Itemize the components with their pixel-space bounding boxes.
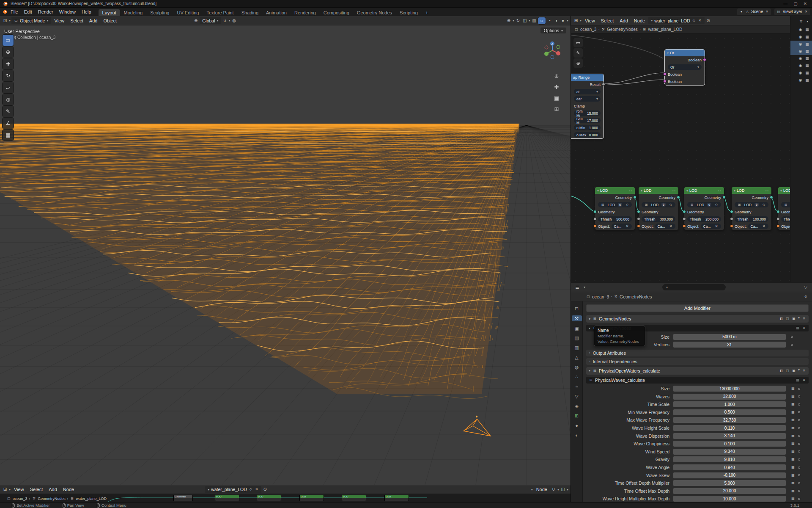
mod1-realtime-toggle-icon[interactable]: ▢ — [785, 316, 790, 322]
param-field[interactable]: 0.100 — [673, 441, 786, 447]
eye-icon[interactable]: ◉ — [798, 77, 803, 83]
tool-measure[interactable]: ∠ — [3, 118, 14, 129]
shading-rendered-icon[interactable]: ● — [560, 18, 566, 24]
overlays-chevron[interactable]: ▾ — [529, 19, 530, 22]
lod3-object-clear-icon[interactable]: ✕ — [714, 224, 719, 229]
ne-browse-icon[interactable]: ▾ — [651, 19, 653, 22]
outliner-row[interactable]: ◉▦ — [790, 26, 812, 33]
remove-viewlayer-icon[interactable]: ✕ — [804, 9, 808, 15]
tool-transform[interactable]: ◍ — [3, 94, 14, 105]
eye-icon[interactable]: ◉ — [798, 27, 803, 33]
node-lod-group-1[interactable]: ▾LOD▫▫ Geometry ⊞LOD6◇ Geometry Thresh50… — [595, 187, 635, 230]
tool-rotate[interactable]: ↻ — [3, 70, 14, 81]
keyframe-dot[interactable] — [798, 419, 800, 421]
keyframe-dot[interactable] — [798, 403, 800, 406]
param-field[interactable]: 3.140 — [673, 433, 786, 439]
be-right-node-menu[interactable]: Node — [534, 487, 550, 492]
props-tab-modifiers[interactable]: ⚒ — [572, 315, 582, 321]
ne-tree-selector[interactable]: ▾ water_plane_LOD ◇ ✕ — [648, 17, 705, 24]
input-attribute-toggle-icon[interactable]: ▦ — [791, 464, 795, 470]
gizmos-icon[interactable]: ↻ — [515, 18, 521, 24]
or-input1-socket[interactable] — [663, 72, 667, 76]
ne-tool-annotate[interactable]: ✎ — [573, 48, 583, 58]
ne-menu-node[interactable]: Node — [631, 18, 647, 23]
input-attribute-toggle-icon[interactable]: ▦ — [791, 417, 795, 423]
ne-pin-icon[interactable]: ⊙ — [705, 18, 711, 24]
props-crumb-modifier[interactable]: GeometryNodes — [620, 294, 652, 299]
add-modifier-button[interactable]: Add Modifier — [586, 304, 809, 312]
snap-chevron[interactable]: ▾ — [229, 19, 230, 22]
input-attribute-toggle-icon[interactable]: ▦ — [791, 449, 795, 455]
be-menu-add[interactable]: Add — [46, 487, 60, 492]
transform-orientation-selector[interactable]: Global ▾ — [200, 17, 221, 24]
input-attribute-toggle-icon[interactable]: ▦ — [791, 472, 795, 478]
pivot-point-icon[interactable]: ⊕ — [193, 18, 199, 24]
viewlayer-selector[interactable]: ▤ ViewLayer ✕ — [774, 8, 810, 15]
mod2-extras-chevron[interactable]: ▾ — [798, 368, 800, 374]
props-tab-tool[interactable]: ⊡ — [572, 306, 582, 312]
size-keyframe-dot[interactable] — [791, 336, 793, 338]
workspace-tab-rendering[interactable]: Rendering — [291, 9, 320, 16]
camera-icon[interactable]: ▦ — [805, 77, 809, 83]
workspace-tab-shading[interactable]: Shading — [238, 9, 262, 16]
minimize-button[interactable]: — — [783, 1, 787, 6]
camera-icon[interactable]: ▦ — [805, 41, 809, 47]
keyframe-dot[interactable] — [798, 411, 800, 413]
workspace-tab-scripting[interactable]: Scripting — [396, 9, 422, 16]
mod1-dup-icon[interactable]: ▥ — [796, 325, 800, 331]
tool-scale[interactable]: ▱ — [3, 82, 14, 93]
lod1-object-clear-icon[interactable]: ✕ — [625, 224, 629, 229]
input-attribute-toggle-icon[interactable]: ▦ — [791, 496, 795, 502]
or-input2-socket[interactable] — [663, 80, 667, 83]
menu-help[interactable]: Help — [79, 9, 94, 14]
workspace-tab-compositing[interactable]: Compositing — [320, 9, 353, 16]
node-boolean-or[interactable]: ▾Or Boolean Or▾ Boolean Boolean — [664, 49, 705, 86]
keyframe-dot[interactable] — [798, 427, 800, 429]
mod1-editmode-toggle-icon[interactable]: ◧ — [779, 316, 783, 322]
lod4-output-socket[interactable] — [770, 196, 773, 199]
mini-node-lod-1[interactable]: LOD — [215, 495, 239, 501]
lod1-group-selector[interactable]: ⊞LOD6◇ — [598, 202, 632, 207]
input-attribute-toggle-icon[interactable]: ▦ — [791, 488, 795, 494]
keyframe-dot[interactable] — [798, 443, 800, 445]
lod2-geometry-input-socket[interactable] — [637, 210, 640, 213]
node-lod-group-2[interactable]: ▾LOD▫▫ Geometry ⊞LOD6◇ Geometry Thresh30… — [638, 187, 679, 230]
props-tab-physics[interactable]: ≈ — [572, 384, 582, 389]
camera-icon[interactable]: ▦ — [805, 56, 809, 62]
props-tab-particles[interactable]: ∴ — [572, 374, 582, 380]
lod3-fake-user-icon[interactable]: ◇ — [714, 202, 719, 208]
editor-type-icon[interactable]: ⊡ — [2, 18, 8, 24]
menu-render[interactable]: Render — [35, 9, 56, 14]
be-fake-user-icon[interactable]: ◇ — [249, 486, 253, 492]
props-tab-render[interactable]: ▣ — [572, 325, 582, 331]
workspace-tab-texture-paint[interactable]: Texture Paint — [203, 9, 237, 16]
param-field[interactable]: 1.000 — [673, 401, 786, 407]
mod2-expand-icon[interactable]: ▾ — [589, 369, 590, 373]
lod3-output-socket[interactable] — [722, 196, 726, 199]
unlink-scene-icon[interactable]: ✕ — [765, 9, 769, 15]
eye-icon[interactable]: ◉ — [798, 34, 803, 40]
outliner-row[interactable]: ◉▦ — [790, 77, 812, 84]
lod1-object-field[interactable]: Ca...✕ — [612, 224, 632, 229]
props-tab-output[interactable]: ▤ — [572, 335, 582, 341]
lod1-output-socket[interactable] — [633, 196, 636, 199]
be-menu-node[interactable]: Node — [60, 487, 77, 492]
properties-search-input[interactable]: ⌕ — [662, 284, 726, 290]
shading-material-icon[interactable]: ◑ — [553, 18, 559, 24]
lod3-object-field[interactable]: Ca...✕ — [701, 224, 721, 229]
mod2-name[interactable]: PhysicalOpenWaters_calculate — [599, 368, 660, 373]
lod1-collapse-icon[interactable]: ▾ — [597, 189, 599, 193]
ne-tool-links[interactable]: ⊕ — [573, 58, 583, 68]
keyframe-dot[interactable] — [798, 388, 800, 390]
camera-icon[interactable]: ▦ — [805, 34, 809, 40]
node-editor-canvas[interactable]: ▭ ✎ ⊕ ▾Or Boolean Or▾ Boolean Boolean — [571, 34, 812, 283]
input-attribute-toggle-icon[interactable]: ▦ — [791, 425, 795, 431]
param-field[interactable]: 32.000 — [673, 394, 786, 400]
ne-menu-select[interactable]: Select — [598, 18, 617, 23]
lod5-object-socket[interactable] — [776, 224, 780, 228]
vertices-field[interactable]: 31 — [673, 342, 786, 348]
mod2-unlink-icon[interactable]: ✕ — [802, 377, 806, 383]
mod1-expand-icon[interactable]: ▾ — [589, 317, 590, 321]
keyframe-dot[interactable] — [798, 467, 800, 469]
lod2-object-field[interactable]: Ca...✕ — [655, 224, 675, 229]
